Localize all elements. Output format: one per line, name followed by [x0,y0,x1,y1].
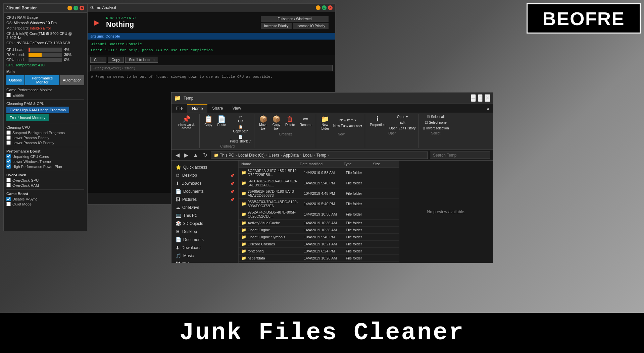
lower-io-checkbox[interactable] [6,140,11,145]
oc-ram-checkbox[interactable] [6,183,11,187]
lower-priority-checkbox[interactable] [6,135,11,140]
select-none-button[interactable]: ☐ Select none [421,120,450,125]
properties-button[interactable]: ℹ Properties [368,114,387,128]
new-label: New [338,132,345,136]
history-label: Open Edit History [389,126,415,130]
sidebar-onedrive[interactable]: ☁ OneDrive [171,203,238,212]
col-date[interactable]: Date modified [300,162,344,166]
clear-button[interactable]: Clear [90,57,106,63]
ribbon-tab-file[interactable]: File [171,104,187,113]
close-high-ram-button[interactable]: Close High RAM Usage Programs [6,107,69,113]
sidebar-pictures-2[interactable]: 🖼 Pictures [171,260,238,263]
file-row[interactable]: 📁 75F9561F-597D-4190-8A43-A5A72D650373 1… [239,188,399,199]
sidebar-downloads-1[interactable]: ⬇ Downloads 📌 [171,179,238,187]
up-button[interactable]: ▲ [192,152,200,159]
paste-shortcut-icon: 📄 [239,135,243,139]
new-item-button[interactable]: New item ▾ [332,118,364,123]
sidebar-this-pc[interactable]: 💻 This PC [171,212,238,220]
unpark-cpu-checkbox[interactable] [6,154,11,159]
path-sep-5: › [314,153,315,158]
oc-gpu-checkbox[interactable] [6,178,11,182]
back-button[interactable]: ◀ [174,151,181,159]
file-row[interactable]: 📁 hsperfdata 14/4/2019 10:26 AM File fol… [239,255,399,262]
delete-button[interactable]: 🗑 Delete [283,114,297,132]
copy-button-ribbon[interactable]: 📋 Copy [202,114,215,144]
file-row[interactable]: 📁 Discord Crashes 14/4/2019 10:21 AM Fil… [239,241,399,248]
new-folder-button[interactable]: 📁 Newfolder [319,114,331,132]
sidebar-desktop-1[interactable]: 🖥 Desktop 📌 [171,171,238,179]
downloads-icon-2: ⬇ [176,245,180,250]
ribbon-tab-view[interactable]: View [228,104,246,113]
high-perf-plan-checkbox[interactable] [6,164,11,169]
sidebar-quick-access[interactable]: ⭐ Quick access [171,163,238,171]
sidebar-documents-1[interactable]: 📄 Documents 📌 [171,187,238,195]
forward-button[interactable]: ▶ [183,151,190,159]
file-row[interactable]: 📁 64FC48E2-D93D-40F3-A7E8-54DD912ACE... … [239,178,399,188]
refresh-button[interactable]: ↻ [202,151,209,159]
file-row[interactable]: 📁 mbam 1/3/2019 5:19 PM File folder [239,262,399,263]
history-button[interactable]: Open Edit History [388,126,417,131]
disable-vsync-checkbox[interactable] [6,197,11,201]
file-row[interactable]: 📁 8CFA0E4A-21EC-48D4-BF19-D72E229EB8... … [239,168,399,178]
file-row[interactable]: 📁 9752A74C-D5D5-487B-805F-C820C52CB8... … [239,209,399,220]
scroll-bottom-button[interactable]: Scroll to bottom [125,57,158,63]
copy-path-button[interactable]: 📋 Copy path [229,124,253,134]
minimize-button[interactable]: ─ [67,6,72,10]
documents-icon-2: 📄 [176,237,181,242]
paste-button[interactable]: 📄 Paste [215,114,228,144]
quiet-mode-checkbox[interactable] [6,202,11,206]
cut-button[interactable]: ✂ Cut [229,114,253,124]
lower-win-theme-checkbox[interactable] [6,159,11,164]
address-path-bar[interactable]: 📁 This PC › Local Disk (C:) › Users › Ap… [211,152,428,159]
sidebar-downloads-2[interactable]: ⬇ Downloads [171,244,238,252]
col-size[interactable]: Size [373,162,396,166]
search-input[interactable] [430,152,490,159]
move-to-button[interactable]: 📦 Moveto▾ [257,114,269,132]
tab-perf-monitor[interactable]: Performance Monitor [25,75,59,85]
suspend-bg-checkbox[interactable] [6,130,11,135]
fullscreen-button[interactable]: Fullscreen / Windowed [261,16,329,22]
close-button[interactable]: ✕ [80,6,84,10]
pin-to-quick-access-button[interactable]: 📌 Pin to Quickaccess [176,114,197,131]
file-row[interactable]: 📁 Cheat Engine 14/4/2019 10:36 AM File f… [239,227,399,234]
rename-button[interactable]: ✏ Rename [298,114,314,132]
increase-io-priority-button[interactable]: Increase IO Priority [293,23,329,29]
ribbon-tab-home[interactable]: Home [187,104,207,113]
sidebar-music[interactable]: 🎵 Music [171,252,238,260]
copy-to-button[interactable]: 📦 Copyto▾ [270,114,283,132]
open-button[interactable]: Open ▾ [388,114,417,119]
sidebar-pictures-1[interactable]: 🖼 Pictures 📌 [171,195,238,203]
sidebar-3d-objects[interactable]: 🎲 3D Objects [171,220,238,228]
copy-button[interactable]: Copy [108,57,124,63]
sidebar-desktop-2[interactable]: 🖥 Desktop [171,228,238,236]
paste-shortcut-button[interactable]: 📄 Paste shortcut [229,134,253,144]
explorer-close-button[interactable]: ✕ [485,94,490,102]
invert-selection-button[interactable]: ⊟ Invert selection [421,126,450,131]
now-playing-text: NOW PLAYING: Nothing [106,16,254,29]
game-minimize-button[interactable]: ─ [316,5,320,10]
maximize-button[interactable]: □ [73,6,78,10]
game-close-button[interactable]: ✕ [328,5,333,10]
explorer-minimize-button[interactable]: ─ [471,94,476,102]
file-row[interactable]: 📁 953BAF03-7DAC-4BEC-8120-3034E0C372E6 1… [239,199,399,209]
select-all-button[interactable]: ☑ Select all [421,114,450,119]
sidebar-documents-2[interactable]: 📄 Documents [171,236,238,244]
easy-access-button[interactable]: New Easy access ▾ [332,123,364,128]
oc-gpu-label: OverClock GPU [12,178,39,182]
tab-options[interactable]: Options [6,75,24,85]
col-type[interactable]: Type [344,162,373,166]
ribbon-collapse-button[interactable]: ▲ [483,104,493,113]
filter-input[interactable] [90,65,333,71]
explorer-maximize-button[interactable]: □ [478,94,483,102]
increase-priority-button[interactable]: Increase Priority [261,23,292,29]
file-row[interactable]: 📁 ActivityVisualCache 14/4/2019 10:36 AM… [239,220,399,227]
free-unused-button[interactable]: Free Unused Memory [6,114,49,121]
tab-automation[interactable]: Automation [60,75,84,85]
enable-checkbox[interactable] [6,93,11,97]
game-maximize-button[interactable]: □ [322,5,327,10]
edit-button[interactable]: Edit [388,120,417,125]
col-name[interactable]: Name [241,162,300,166]
ribbon-tab-share[interactable]: Share [207,104,228,113]
file-row[interactable]: 📁 Cheat Engine Symbols 10/4/2019 5:40 PM… [239,234,399,241]
file-row[interactable]: 📁 fontconfig 10/4/2019 6:24 PM File fold… [239,248,399,255]
